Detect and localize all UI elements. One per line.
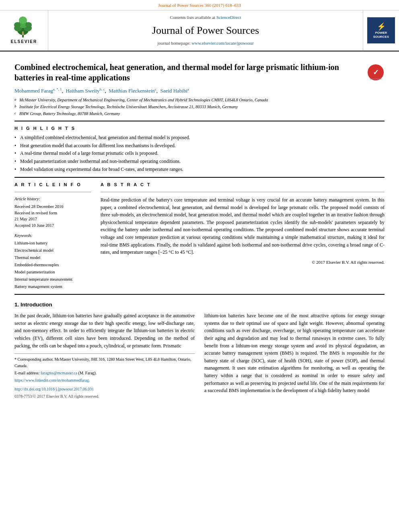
footnote-email-link[interactable]: faragms@mcmaster.ca	[41, 371, 78, 375]
svg-point-5	[14, 22, 21, 28]
copyright-line: © 2017 Elsevier B.V. All rights reserved…	[101, 259, 385, 265]
svg-point-7	[19, 16, 27, 24]
journal-citation: Journal of Power Sources 360 (2017) 618–…	[158, 3, 241, 8]
homepage-link[interactable]: www.elsevier.com/locate/jpowsour	[191, 41, 253, 45]
intro-para-left: In the past decade, lithium-ion batterie…	[14, 312, 195, 349]
contents-line: Contents lists available at ScienceDirec…	[56, 14, 355, 21]
highlight-3: A real-time thermal model of a large for…	[14, 150, 385, 157]
article-history: Article history: Received 28 December 20…	[14, 196, 91, 229]
journal-title: Journal of Power Sources	[56, 23, 355, 38]
svg-point-8	[22, 31, 24, 33]
elsevier-tree-icon	[10, 16, 38, 38]
intro-right: lithium-ion batteries have become one of…	[204, 312, 385, 400]
header-section: ELSEVIER Contents lists available at Sci…	[0, 10, 399, 51]
issn-line: 0378-7753/© 2017 Elsevier B.V. All right…	[14, 393, 195, 400]
affil-b-sup: b	[14, 104, 19, 109]
section-divider-2	[101, 192, 385, 192]
intro-left: In the past decade, lithium-ion batterie…	[14, 312, 195, 400]
section-heading-intro: 1. Introduction	[14, 301, 385, 309]
keywords-title: Keywords:	[14, 233, 91, 239]
author-sweity-sup: b, c	[100, 87, 105, 91]
sources-text: SOURCES	[373, 35, 389, 39]
doi-line: http://dx.doi.org/10.1016/j.jpowsour.201…	[14, 386, 195, 392]
introduction-section: 1. Introduction In the past decade, lith…	[14, 301, 385, 400]
highlights-list: A simplified combined electrochemical, h…	[14, 134, 385, 173]
received-date: Received 28 December 2016	[14, 203, 91, 210]
elsevier-text: ELSEVIER	[11, 39, 37, 45]
keywords-section: Keywords: Lithium-ion battery Electroche…	[14, 233, 91, 290]
homepage-line: journal homepage: www.elsevier.com/locat…	[56, 40, 355, 46]
abstract-text: Real-time prediction of the battery's co…	[101, 196, 385, 256]
author-habibi-sup: a	[187, 87, 189, 91]
svg-point-6	[25, 22, 32, 28]
affil-c: c BMW Group, Battery Technology, 80788 M…	[14, 111, 385, 117]
affil-c-text: BMW Group, Battery Technology, 80788 Mun…	[19, 111, 120, 117]
intro-two-col: In the past decade, lithium-ion batterie…	[14, 312, 385, 400]
article-info-abstract-row: A R T I C L E I N F O Article history: R…	[14, 182, 385, 290]
revised-label: Received in revised form	[14, 210, 91, 216]
doi-link[interactable]: http://dx.doi.org/10.1016/j.jpowsour.201…	[14, 387, 94, 391]
right-col: A B S T R A C T Real-time prediction of …	[101, 182, 385, 290]
author-habibi: Saeid Habibi	[160, 88, 188, 94]
highlight-2: Heat generation model that accounts for …	[14, 142, 385, 149]
thick-divider-3	[14, 294, 385, 295]
section-divider-1	[14, 192, 91, 192]
page: Journal of Power Sources 360 (2017) 618–…	[0, 0, 399, 532]
article-title: Combined electrochemical, heat generatio…	[14, 62, 360, 83]
highlights-title: H I G H L I G H T S	[14, 125, 385, 131]
sciencedirect-link[interactable]: ScienceDirect	[216, 15, 241, 20]
keyword-7: Battery management system	[14, 283, 91, 290]
article-info-title: A R T I C L E I N F O	[14, 182, 91, 188]
author-fleckenstein-sup: c	[155, 87, 156, 91]
keyword-2: Electrochemical model	[14, 247, 91, 254]
affil-b-text: Institute for Electrical Energy Storage …	[19, 104, 238, 110]
keyword-5: Model parameterization	[14, 269, 91, 276]
abstract-title: A B S T R A C T	[101, 182, 385, 188]
author-farag: Mohammed Farag	[14, 88, 53, 94]
highlight-1: A simplified combined electrochemical, h…	[14, 134, 385, 141]
keyword-6: Internal temperature measurement	[14, 276, 91, 283]
crossmark-icon[interactable]: ✓ CrossMark	[367, 64, 385, 81]
affil-a-text: McMaster University, Department of Mecha…	[19, 97, 268, 103]
header-center: Contents lists available at ScienceDirec…	[48, 10, 363, 50]
thick-divider-1	[14, 121, 385, 121]
svg-text:CrossMark: CrossMark	[370, 78, 382, 80]
footnote-linkedin: https://www.linkedin.com/in/mohammedfara…	[14, 377, 195, 384]
affiliations: a McMaster University, Department of Mec…	[14, 97, 385, 117]
footnotes-section: * Corresponding author. McMaster Univers…	[14, 353, 195, 400]
authors-line: Mohammed Faraga, *, 1, Haitham Sweityb, …	[14, 87, 385, 95]
main-content: Combined electrochemical, heat generatio…	[0, 51, 399, 407]
power-sources-logo-area: ⚡ POWER SOURCES	[363, 10, 399, 50]
highlights-section: H I G H L I G H T S A simplified combine…	[14, 125, 385, 173]
thick-divider-2	[14, 177, 385, 178]
journal-top-bar: Journal of Power Sources 360 (2017) 618–…	[0, 0, 399, 10]
accepted-date: Accepted 10 June 2017	[14, 222, 91, 229]
affil-a: a McMaster University, Department of Mec…	[14, 97, 385, 103]
footnote-linkedin-link[interactable]: https://www.linkedin.com/in/mohammedfara…	[14, 378, 90, 382]
footnote-corresponding: * Corresponding author. McMaster Univers…	[14, 356, 195, 369]
author-sweity: Haitham Sweity	[66, 88, 99, 94]
svg-text:✓: ✓	[373, 68, 379, 76]
author-farag-sup: a, *, 1	[53, 87, 62, 91]
elsevier-logo: ELSEVIER	[10, 16, 38, 45]
keyword-3: Thermal model	[14, 254, 91, 261]
left-col: A R T I C L E I N F O Article history: R…	[14, 182, 91, 290]
article-title-section: Combined electrochemical, heat generatio…	[14, 62, 385, 83]
elsevier-logo-area: ELSEVIER	[0, 10, 48, 50]
affil-b: b Institute for Electrical Energy Storag…	[14, 104, 385, 110]
revised-date: 21 May 2017	[14, 216, 91, 222]
article-history-label: Article history:	[14, 196, 91, 202]
affil-c-sup: c	[14, 111, 19, 116]
contents-text: Contents lists available at	[170, 15, 215, 20]
footnote-email: E-mail address: faragms@mcmaster.ca (M. …	[14, 370, 195, 376]
highlight-5: Model validation using experimental data…	[14, 166, 385, 173]
highlight-4: Model parameterization under isothermal …	[14, 158, 385, 165]
affil-a-sup: a	[14, 97, 19, 103]
power-sources-logo: ⚡ POWER SOURCES	[367, 17, 395, 43]
intro-para-right: lithium-ion batteries have become one of…	[204, 312, 385, 394]
power-text: POWER	[375, 31, 387, 35]
keyword-1: Lithium-ion battery	[14, 240, 91, 247]
svg-rect-9	[22, 33, 24, 35]
author-fleckenstein: Matthias Fleckenstein	[109, 88, 154, 94]
lightning-icon: ⚡	[377, 23, 386, 31]
